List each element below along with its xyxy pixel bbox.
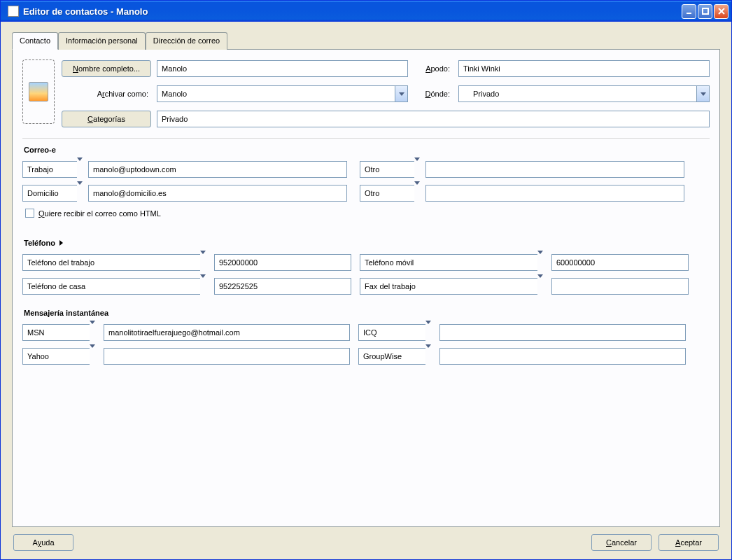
footer-spacer bbox=[80, 534, 584, 551]
chevron-down-icon bbox=[701, 92, 706, 96]
email-type-3-input[interactable] bbox=[22, 185, 77, 202]
im-type-2-dd[interactable] bbox=[425, 324, 431, 341]
phone-type-4-input[interactable] bbox=[360, 278, 537, 295]
phone-value-2[interactable] bbox=[551, 254, 689, 271]
chevron-down-icon bbox=[90, 321, 95, 332]
close-button[interactable] bbox=[714, 4, 729, 19]
im-row-2 bbox=[22, 348, 710, 365]
chevron-down-icon bbox=[399, 92, 404, 96]
email-value-2[interactable] bbox=[425, 161, 684, 178]
phone-value-1[interactable] bbox=[214, 254, 351, 271]
chevron-down-icon bbox=[414, 158, 420, 169]
phone-section-title[interactable]: Teléfono bbox=[24, 239, 710, 247]
maximize-button[interactable] bbox=[698, 4, 712, 19]
chevron-down-icon bbox=[425, 321, 431, 332]
chevron-down-icon bbox=[200, 251, 206, 262]
email-value-4[interactable] bbox=[425, 185, 684, 202]
where-dropdown-button[interactable] bbox=[696, 85, 710, 102]
html-mail-checkbox[interactable] bbox=[25, 209, 34, 218]
email-type-4[interactable] bbox=[360, 185, 420, 202]
email-section-title: Correo-e bbox=[24, 146, 710, 154]
phone-type-2[interactable] bbox=[360, 254, 543, 271]
chevron-down-icon bbox=[425, 344, 431, 356]
nickname-input[interactable] bbox=[458, 60, 710, 77]
email-type-2-dd[interactable] bbox=[414, 161, 420, 178]
im-type-1-dd[interactable] bbox=[90, 324, 95, 341]
categories-button[interactable]: Categorías bbox=[62, 111, 151, 127]
tab-informacion-personal[interactable]: Información personal bbox=[58, 32, 146, 50]
im-type-4[interactable] bbox=[358, 348, 431, 365]
accept-button[interactable]: Aceptar bbox=[659, 534, 719, 551]
phone-type-2-dd[interactable] bbox=[537, 254, 543, 271]
separator bbox=[22, 138, 710, 139]
fileas-combo[interactable] bbox=[157, 85, 408, 102]
phone-type-4[interactable] bbox=[360, 278, 543, 295]
phone-row-2 bbox=[22, 278, 710, 295]
im-type-2[interactable] bbox=[358, 324, 431, 341]
chevron-down-icon bbox=[77, 158, 83, 169]
email-type-2[interactable] bbox=[360, 161, 420, 178]
phone-type-4-dd[interactable] bbox=[537, 278, 543, 295]
where-combo[interactable] bbox=[458, 85, 710, 102]
im-type-1-input[interactable] bbox=[22, 324, 90, 341]
email-type-3-dd[interactable] bbox=[77, 185, 83, 202]
im-type-2-input[interactable] bbox=[358, 324, 425, 341]
fullname-button[interactable]: Nombre completo... bbox=[62, 60, 151, 77]
email-type-1[interactable] bbox=[22, 161, 83, 178]
minimize-button[interactable] bbox=[682, 4, 696, 19]
html-mail-row: Quiere recibir el correo como HTML bbox=[22, 209, 710, 218]
im-type-4-dd[interactable] bbox=[425, 348, 431, 365]
client-area: Contacto Información personal Dirección … bbox=[1, 22, 731, 559]
im-type-4-input[interactable] bbox=[358, 348, 425, 365]
im-value-1[interactable] bbox=[104, 324, 350, 341]
phone-type-3-dd[interactable] bbox=[200, 278, 206, 295]
phone-value-4[interactable] bbox=[551, 278, 689, 295]
im-type-1[interactable] bbox=[22, 324, 95, 341]
im-type-3[interactable] bbox=[22, 348, 95, 365]
email-type-1-input[interactable] bbox=[22, 161, 77, 178]
phone-type-1-input[interactable] bbox=[22, 254, 200, 271]
email-type-3[interactable] bbox=[22, 185, 83, 202]
phone-type-2-input[interactable] bbox=[360, 254, 537, 271]
phone-type-1-dd[interactable] bbox=[200, 254, 206, 271]
email-type-4-dd[interactable] bbox=[414, 185, 420, 202]
im-row-1 bbox=[22, 324, 710, 341]
where-input[interactable] bbox=[458, 85, 696, 102]
phone-type-3-input[interactable] bbox=[22, 278, 200, 295]
svg-rect-1 bbox=[703, 8, 708, 14]
im-value-4[interactable] bbox=[439, 348, 686, 365]
fileas-input[interactable] bbox=[157, 85, 395, 102]
phone-type-1[interactable] bbox=[22, 254, 206, 271]
chevron-down-icon bbox=[90, 344, 95, 356]
im-type-3-input[interactable] bbox=[22, 348, 90, 365]
im-value-2[interactable] bbox=[439, 324, 686, 341]
fullname-input[interactable] bbox=[157, 60, 408, 77]
im-value-3[interactable] bbox=[104, 348, 350, 365]
svg-rect-0 bbox=[687, 13, 691, 14]
phone-type-3[interactable] bbox=[22, 278, 206, 295]
email-type-2-input[interactable] bbox=[360, 161, 414, 178]
tab-direccion-correo[interactable]: Dirección de correo bbox=[146, 32, 227, 50]
tab-contacto[interactable]: Contacto bbox=[12, 32, 58, 50]
avatar-frame[interactable] bbox=[22, 59, 55, 124]
html-mail-label: Quiere recibir el correo como HTML bbox=[38, 209, 161, 218]
nickname-label: Apodo: bbox=[414, 64, 453, 73]
fileas-dropdown-button[interactable] bbox=[395, 85, 408, 102]
help-button[interactable]: Ayuda bbox=[13, 534, 73, 551]
chevron-down-icon bbox=[414, 181, 420, 193]
phone-value-3[interactable] bbox=[214, 278, 351, 295]
im-type-3-dd[interactable] bbox=[90, 348, 95, 365]
cancel-button[interactable]: Cancelar bbox=[591, 534, 652, 551]
phone-section-label: Teléfono bbox=[24, 239, 55, 247]
fileas-label: Archivar como: bbox=[62, 90, 151, 98]
email-type-4-input[interactable] bbox=[360, 185, 414, 202]
email-value-1[interactable] bbox=[88, 161, 347, 178]
categories-input[interactable] bbox=[157, 111, 710, 127]
email-value-3[interactable] bbox=[88, 185, 347, 202]
chevron-down-icon bbox=[537, 274, 543, 286]
email-type-1-dd[interactable] bbox=[77, 161, 83, 178]
phone-row-1 bbox=[22, 254, 710, 271]
email-row-1 bbox=[22, 161, 710, 178]
tab-bar: Contacto Información personal Dirección … bbox=[12, 31, 720, 49]
email-row-2 bbox=[22, 185, 710, 202]
